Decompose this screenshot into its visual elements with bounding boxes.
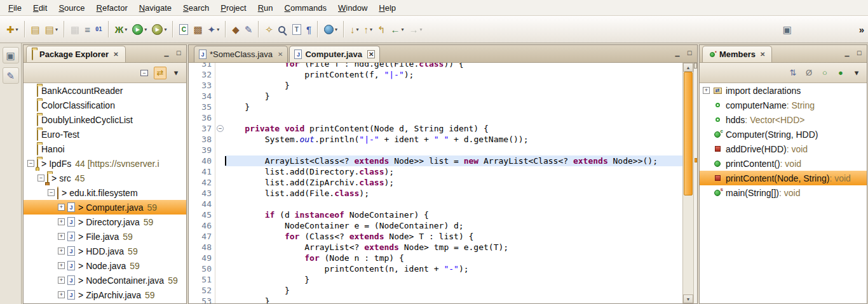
member-item-hdds[interactable]: hdds : Vector<HDD>: [700, 112, 867, 127]
close-tab-icon[interactable]: ✕: [278, 51, 283, 58]
menu-project[interactable]: Project: [215, 1, 252, 15]
annotation-ruler-cell[interactable]: [189, 166, 198, 177]
code-text[interactable]: NodeContainer e = (NodeContainer) d;: [225, 220, 682, 231]
open-web-browser-button[interactable]: ▾: [322, 20, 340, 39]
tree-item-directory-java[interactable]: +J>Directory.java59: [24, 215, 186, 229]
dropdown-arrow-icon[interactable]: ▾: [55, 27, 58, 32]
previous-annotation-button[interactable]: ↑▾: [361, 20, 375, 39]
open-resource-button[interactable]: ▤: [29, 20, 43, 39]
debug-button[interactable]: Ж▾: [112, 20, 130, 39]
hide-non-public-icon[interactable]: ●: [834, 67, 847, 79]
fast-view-restore-1-button[interactable]: ▣: [3, 47, 19, 63]
tree-item-ziparchiv-java[interactable]: +J>ZipArchiv.java59: [24, 287, 186, 302]
tree-item-bankaccountreader[interactable]: BankAccountReader: [24, 83, 186, 98]
annotation-ruler-cell[interactable]: [189, 69, 198, 80]
expand-icon[interactable]: +: [58, 277, 65, 284]
tree-item-src[interactable]: −>src45: [24, 171, 186, 185]
code-text[interactable]: }: [225, 285, 682, 296]
editor-tab-someclass-java[interactable]: J*SomeClass.java✕: [194, 46, 288, 62]
code-text[interactable]: printContent(n, ident + "-");: [225, 263, 682, 274]
code-text[interactable]: ArrayList<Class<? extends Node>> list = …: [225, 155, 682, 166]
annotation-ruler-cell[interactable]: [189, 253, 198, 263]
member-item-main-string[interactable]: smain(String[]) : void: [700, 185, 867, 200]
generate-javadoc-button[interactable]: ✎: [242, 20, 255, 39]
menu-commands[interactable]: Commands: [279, 1, 332, 15]
build-all-button[interactable]: 01: [93, 20, 105, 39]
annotation-ruler-cell[interactable]: [189, 296, 198, 303]
collapse-icon[interactable]: −: [27, 160, 34, 167]
package-explorer-tab[interactable]: Package Explorer ✕: [26, 46, 126, 62]
dropdown-arrow-icon[interactable]: ▾: [370, 27, 372, 32]
expand-icon[interactable]: +: [58, 291, 65, 298]
print-button[interactable]: ≡: [82, 20, 93, 39]
annotation-ruler-cell[interactable]: [189, 80, 198, 91]
member-item-computer-string-hdd[interactable]: cComputer(String, HDD): [700, 127, 867, 142]
fast-view-restore-2-button[interactable]: ✎: [3, 67, 19, 84]
annotation-ruler-cell[interactable]: [189, 145, 198, 155]
close-tab-icon[interactable]: ✕: [367, 50, 375, 58]
tree-item-colorclassification[interactable]: ColorClassification: [24, 98, 186, 112]
link-with-editor-icon[interactable]: ⇄: [154, 67, 166, 79]
annotation-ruler-cell[interactable]: [189, 199, 198, 209]
menu-navigate[interactable]: Navigate: [133, 1, 177, 15]
dropdown-arrow-icon[interactable]: ▾: [420, 27, 423, 32]
overview-ruler-header[interactable]: [694, 63, 697, 69]
members-tab[interactable]: ▪ Members ✕: [702, 46, 772, 62]
annotation-ruler-cell[interactable]: [189, 274, 198, 285]
annotation-ruler-cell[interactable]: [189, 263, 198, 274]
code-text[interactable]: }: [225, 80, 682, 91]
annotation-ruler-cell[interactable]: [189, 285, 198, 296]
tree-item-file-java[interactable]: +J>File.java59: [24, 229, 186, 244]
new-java-package-button[interactable]: ▩: [191, 20, 205, 39]
new-wizard-button[interactable]: ✚▾: [4, 20, 21, 39]
run-coverage-button[interactable]: ▶▾: [149, 20, 169, 39]
code-text[interactable]: for (File f : hdd.get(File.class)) {: [225, 63, 682, 69]
last-edit-location-button[interactable]: ↰: [375, 20, 388, 39]
tree-item-computer-java[interactable]: +J>Computer.java59: [24, 200, 186, 215]
java-search-button[interactable]: [276, 20, 290, 39]
code-text[interactable]: }: [225, 102, 682, 112]
dropdown-arrow-icon[interactable]: ▾: [16, 27, 18, 32]
scroll-down-icon[interactable]: ▼: [683, 294, 693, 303]
scroll-up-icon[interactable]: ▲: [683, 63, 693, 72]
annotation-ruler-cell[interactable]: [189, 231, 198, 242]
menu-file[interactable]: File: [3, 1, 27, 15]
show-source-of-element-button[interactable]: T: [290, 20, 304, 39]
dropdown-arrow-icon[interactable]: ▾: [402, 27, 404, 32]
close-view-icon[interactable]: ✕: [759, 50, 766, 58]
annotation-ruler-cell[interactable]: [189, 220, 198, 231]
code-text[interactable]: }: [225, 91, 682, 102]
menu-edit[interactable]: Edit: [27, 1, 53, 15]
code-text[interactable]: list.add(File.class);: [225, 188, 682, 199]
editor-tab-computer-java[interactable]: JComputer.java✕: [289, 46, 380, 62]
collapse-all-icon[interactable]: −: [138, 67, 151, 79]
code-text[interactable]: list.add(Directory.class);: [225, 166, 682, 177]
scrollbar-thumb[interactable]: [684, 72, 693, 195]
new-java-class-button[interactable]: C: [177, 20, 191, 39]
expand-icon[interactable]: +: [703, 87, 710, 94]
expand-icon[interactable]: +: [58, 233, 65, 240]
annotation-ruler-cell[interactable]: [189, 102, 198, 112]
code-text[interactable]: for (Node n : tmp) {: [225, 253, 682, 263]
expand-icon[interactable]: +: [58, 218, 65, 225]
annotation-ruler-cell[interactable]: [189, 188, 198, 199]
dropdown-arrow-icon[interactable]: ▾: [125, 27, 127, 32]
tree-item-edu-kit-filesystem[interactable]: −>edu.kit.filesystem: [24, 185, 186, 200]
menu-run[interactable]: Run: [252, 1, 279, 15]
menu-refactor[interactable]: Refactor: [91, 1, 133, 15]
sort-icon[interactable]: ⇅: [787, 67, 799, 79]
annotation-ruler-cell[interactable]: [189, 242, 198, 253]
minimize-icon[interactable]: ▁: [672, 48, 682, 58]
member-item-printcontent[interactable]: printContent() : void: [700, 156, 867, 171]
tree-item-ipdfs[interactable]: −>IpdFs44 [https://svnserver.i: [24, 156, 186, 171]
fold-collapse-icon[interactable]: −: [217, 125, 224, 132]
code-text[interactable]: for (Class<? extends Node> T : list) {: [225, 231, 682, 242]
menu-help[interactable]: Help: [373, 1, 402, 15]
expand-icon[interactable]: +: [58, 204, 65, 211]
view-menu-icon[interactable]: ▾: [170, 67, 182, 79]
collapse-icon[interactable]: −: [48, 189, 55, 196]
dropdown-arrow-icon[interactable]: ▾: [356, 27, 358, 32]
collapse-icon[interactable]: −: [37, 175, 44, 182]
menu-window[interactable]: Window: [332, 1, 373, 15]
new-from-template-button[interactable]: ▤▾: [43, 20, 60, 39]
